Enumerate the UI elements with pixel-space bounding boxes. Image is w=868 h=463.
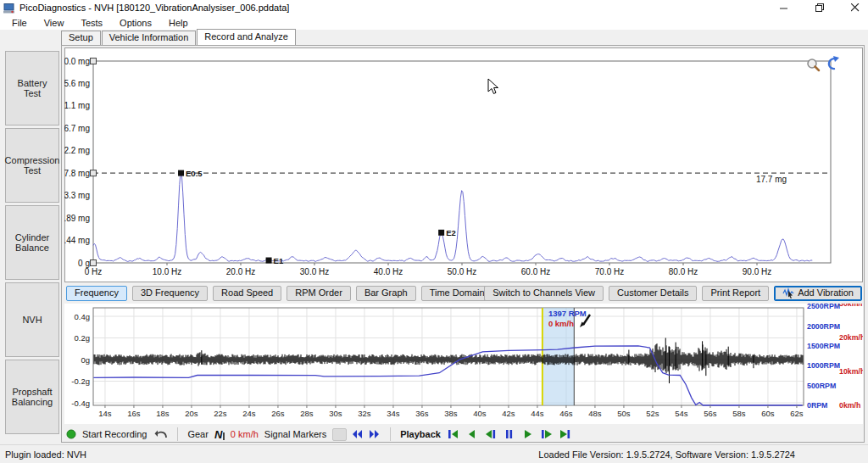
rpm-axis-tick-label: 1000RPM — [807, 361, 840, 370]
x-axis-tick-label: 90.0 Hz — [743, 267, 771, 276]
playback-pause-icon[interactable] — [503, 428, 515, 440]
sidebar-item-nvh[interactable]: NVH — [5, 282, 59, 357]
tab-setup[interactable]: Setup — [61, 31, 101, 45]
time-axis-tick-label: 36s — [415, 409, 429, 418]
order-marker-e1[interactable] — [266, 258, 272, 264]
time-axis-tick-label: 30s — [329, 409, 342, 418]
order-marker-e0-5[interactable] — [178, 170, 184, 176]
time-axis-tick-label: 28s — [300, 409, 314, 418]
time-axis-tick-label: 20s — [185, 409, 198, 418]
action-button-customer-details[interactable]: Customer Details — [609, 286, 697, 301]
cursor-speed-label: 0 km/h — [548, 319, 574, 328]
drag-handle[interactable] — [91, 170, 97, 176]
x-axis-tick-label: 0 Hz — [85, 267, 103, 276]
time-axis-tick-label: 32s — [358, 409, 371, 418]
action-button-switch-to-channels-view[interactable]: Switch to Channels View — [484, 286, 604, 301]
g-axis-tick-label: -0.4g — [71, 399, 90, 408]
time-axis-tick-label: 26s — [271, 409, 285, 418]
menu-item-view[interactable]: View — [36, 17, 73, 29]
gear-value: N — [214, 428, 225, 441]
divider — [390, 427, 391, 441]
speed-axis-tick-label: 10km/h — [839, 367, 863, 376]
rpm-axis-tick-label: 0RPM — [807, 401, 827, 410]
playback-step-backward-icon[interactable] — [484, 428, 497, 440]
marker-disabled-icon — [332, 428, 347, 441]
y-axis-tick-label: 22.2 mg — [64, 146, 90, 155]
order-marker-e2[interactable] — [438, 230, 444, 236]
playback-skip-end-icon[interactable] — [559, 428, 571, 440]
time-axis-tick-label: 50s — [617, 409, 631, 418]
time-axis-tick-label: 56s — [704, 409, 717, 418]
view-buttons-row: Frequency3D FrequencyRoad SpeedRPM Order… — [66, 285, 493, 301]
drag-handle[interactable] — [91, 260, 97, 266]
restore-icon[interactable] — [814, 2, 826, 14]
order-marker-label: E2 — [446, 228, 456, 237]
playback-label: Playback — [400, 429, 441, 439]
menu-item-help[interactable]: Help — [160, 17, 197, 29]
sidebar-item-compression-test[interactable]: Compression Test — [5, 128, 59, 203]
playback-buttons — [447, 428, 571, 440]
time-axis-tick-label: 62s — [790, 409, 804, 418]
rpm-axis-tick-label: 2000RPM — [807, 322, 840, 331]
minimize-icon[interactable] — [778, 2, 790, 14]
action-buttons-row: Switch to Channels ViewCustomer DetailsP… — [484, 285, 862, 301]
time-axis-tick-label: 54s — [675, 409, 688, 418]
view-button-rpm-order[interactable]: RPM Order — [287, 286, 351, 301]
start-recording-label[interactable]: Start Recording — [82, 429, 147, 439]
frequency-spectrum-chart[interactable]: 40.0 mg35.6 mg31.1 mg26.7 mg22.2 mg17.8 … — [64, 47, 863, 282]
view-button-3d-frequency[interactable]: 3D Frequency — [132, 286, 208, 301]
drag-handle[interactable] — [91, 59, 97, 64]
gear-label: Gear — [187, 429, 208, 439]
time-axis-tick-label: 42s — [502, 409, 515, 418]
action-button-print-report[interactable]: Print Report — [702, 286, 769, 301]
marker-previous-icon[interactable] — [351, 428, 364, 440]
playback-play-forward-icon[interactable] — [521, 428, 534, 440]
g-axis-tick-label: 0.2g — [75, 333, 91, 343]
time-axis-tick-label: 52s — [646, 409, 659, 418]
window-title: PicoDiagnostics - NVH [180120_VibrationA… — [19, 3, 289, 13]
time-axis-tick-label: 22s — [214, 409, 227, 418]
titlebar: PicoDiagnostics - NVH [180120_VibrationA… — [0, 0, 868, 15]
sidebar-item-propshaft-balancing[interactable]: Propshaft Balancing — [5, 360, 59, 434]
time-axis-tick-label: 48s — [588, 409, 602, 418]
playback-step-forward-icon[interactable] — [540, 428, 553, 440]
menubar: FileViewTestsOptionsHelp — [0, 15, 868, 30]
record-dot-icon[interactable] — [66, 429, 76, 439]
time-axis-tick-label: 46s — [559, 409, 573, 418]
view-button-time-domain[interactable]: Time Domain — [421, 286, 493, 301]
order-marker-label: E0.5 — [186, 169, 203, 178]
g-axis-tick-label: -0.2g — [71, 377, 90, 386]
y-axis-tick-label: 40.0 mg — [64, 57, 90, 66]
sidebar-item-cylinder-balance[interactable]: Cylinder Balance — [5, 205, 59, 280]
time-axis-tick-label: 38s — [444, 409, 458, 418]
view-button-road-speed[interactable]: Road Speed — [213, 286, 281, 301]
playback-skip-start-icon[interactable] — [447, 428, 459, 440]
add-vibration-icon — [782, 287, 794, 298]
y-axis-tick-label: 17.8 mg — [64, 169, 90, 178]
x-axis-tick-label: 30.0 Hz — [300, 267, 329, 276]
tab-vehicle-information[interactable]: Vehicle Information — [102, 31, 197, 45]
time-domain-chart[interactable]: 1397 RPM0 km/h0.4g0.2g0g-0.2g-0.4g14s16s… — [64, 304, 863, 424]
y-axis-tick-label: 8.89 mg — [64, 214, 90, 223]
rpm-axis-tick-label: 1500RPM — [807, 342, 840, 350]
menu-item-file[interactable]: File — [3, 17, 36, 29]
undo-icon[interactable] — [154, 429, 168, 440]
y-axis-tick-label: 4.44 mg — [64, 236, 90, 245]
close-icon[interactable] — [849, 2, 861, 14]
action-button-add-vibration[interactable]: Add Vibration — [774, 286, 862, 301]
time-axis-tick-label: 44s — [531, 409, 544, 418]
y-axis-tick-label: 26.7 mg — [64, 124, 90, 133]
rpm-axis-tick-label: 500RPM — [807, 382, 836, 390]
view-button-bar-graph[interactable]: Bar Graph — [356, 286, 416, 301]
view-button-frequency[interactable]: Frequency — [66, 286, 127, 301]
marker-next-icon[interactable] — [368, 428, 381, 440]
menu-item-options[interactable]: Options — [111, 17, 160, 29]
tab-record-and-analyze[interactable]: Record and Analyze — [197, 29, 295, 45]
divider — [177, 427, 178, 441]
sidebar-item-battery-test[interactable]: Battery Test — [5, 51, 59, 126]
x-axis-tick-label: 60.0 Hz — [521, 267, 550, 276]
y-axis-tick-label: 35.6 mg — [64, 79, 90, 88]
x-axis-tick-label: 50.0 Hz — [448, 267, 476, 276]
playback-play-backward-icon[interactable] — [465, 428, 478, 440]
menu-item-tests[interactable]: Tests — [72, 17, 111, 29]
